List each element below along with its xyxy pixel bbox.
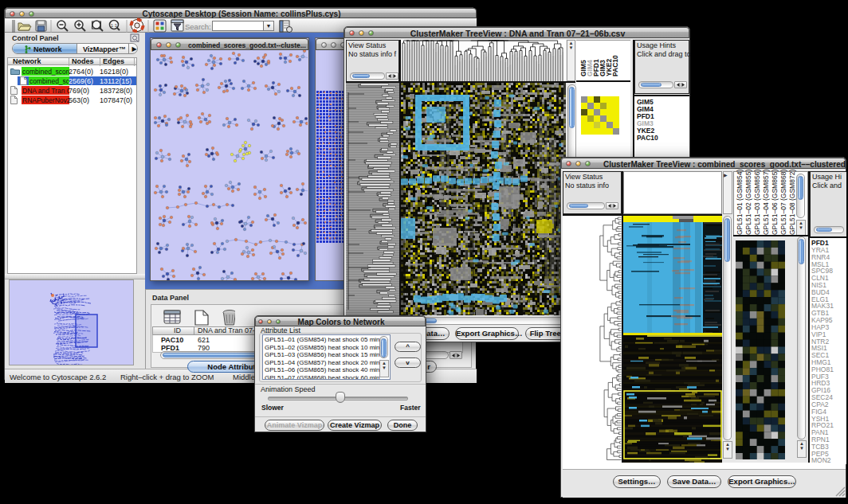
svg-text:1:1: 1:1 [111,23,118,28]
